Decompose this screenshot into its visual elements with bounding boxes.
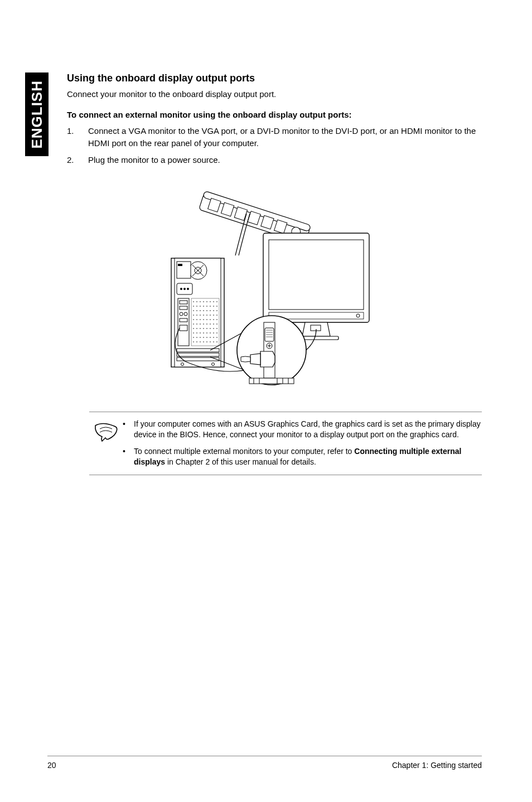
svg-point-104 — [203, 341, 204, 342]
svg-point-43 — [213, 306, 214, 307]
svg-point-76 — [216, 323, 217, 325]
list-item: 1. Connect a VGA monitor to the VGA port… — [67, 125, 482, 149]
svg-point-42 — [210, 306, 211, 307]
svg-point-34 — [210, 301, 211, 302]
svg-point-54 — [196, 315, 197, 316]
svg-point-39 — [200, 306, 201, 307]
svg-point-30 — [196, 301, 197, 302]
bullet: • — [123, 446, 134, 468]
svg-point-18 — [180, 288, 182, 290]
monitor-connection-diagram — [157, 183, 391, 389]
svg-rect-115 — [269, 240, 364, 310]
svg-point-113 — [212, 363, 215, 365]
svg-point-62 — [196, 319, 197, 320]
svg-point-36 — [216, 301, 217, 302]
svg-point-29 — [193, 301, 194, 302]
svg-point-83 — [213, 328, 214, 329]
svg-point-61 — [193, 319, 194, 320]
intro-text: Connect your monitor to the onboard disp… — [67, 89, 482, 100]
svg-point-46 — [196, 310, 197, 311]
svg-point-47 — [200, 310, 201, 311]
steps-list: 1. Connect a VGA monitor to the VGA port… — [67, 125, 482, 166]
svg-point-89 — [206, 332, 207, 334]
svg-rect-16 — [178, 264, 182, 266]
svg-point-58 — [210, 315, 211, 316]
svg-point-81 — [206, 328, 207, 329]
connection-figure — [67, 183, 482, 389]
svg-point-32 — [203, 301, 204, 302]
svg-point-112 — [181, 363, 184, 365]
step-text: Plug the monitor to a power source. — [88, 154, 220, 166]
step-number: 1. — [67, 125, 88, 149]
svg-point-70 — [196, 323, 197, 325]
svg-point-82 — [210, 328, 211, 329]
svg-rect-119 — [311, 325, 321, 331]
svg-point-103 — [200, 341, 201, 342]
step-text: Connect a VGA monitor to the VGA port, o… — [88, 125, 482, 149]
svg-point-117 — [356, 314, 360, 317]
svg-point-93 — [193, 337, 194, 338]
svg-point-86 — [196, 332, 197, 334]
svg-point-101 — [193, 341, 194, 342]
svg-point-72 — [203, 323, 204, 325]
svg-point-44 — [216, 306, 217, 307]
svg-point-80 — [203, 328, 204, 329]
svg-point-90 — [210, 332, 211, 334]
svg-point-108 — [216, 341, 217, 342]
note-icon — [89, 419, 123, 468]
svg-point-87 — [200, 332, 201, 334]
svg-point-66 — [210, 319, 211, 320]
page-number: 20 — [47, 761, 56, 770]
svg-point-98 — [210, 337, 211, 338]
step-number: 2. — [67, 154, 88, 166]
svg-point-67 — [213, 319, 214, 320]
svg-point-63 — [200, 319, 201, 320]
svg-rect-132 — [249, 378, 294, 384]
note-text: If your computer comes with an ASUS Grap… — [134, 419, 482, 441]
note-text: To connect multiple external monitors to… — [134, 446, 482, 468]
svg-point-97 — [206, 337, 207, 338]
svg-point-92 — [216, 332, 217, 334]
svg-point-102 — [196, 341, 197, 342]
list-item: 2. Plug the monitor to a power source. — [67, 154, 482, 166]
svg-point-71 — [200, 323, 201, 325]
svg-point-56 — [203, 315, 204, 316]
svg-point-35 — [213, 301, 214, 302]
svg-point-77 — [193, 328, 194, 329]
svg-point-78 — [196, 328, 197, 329]
svg-point-105 — [206, 341, 207, 342]
chapter-label: Chapter 1: Getting started — [392, 761, 482, 770]
svg-point-88 — [203, 332, 204, 334]
svg-point-45 — [193, 310, 194, 311]
svg-point-79 — [200, 328, 201, 329]
svg-point-33 — [206, 301, 207, 302]
svg-point-100 — [216, 337, 217, 338]
svg-point-25 — [184, 312, 187, 316]
svg-point-60 — [216, 315, 217, 316]
svg-point-74 — [210, 323, 211, 325]
notes-block: • If your computer comes with an ASUS Gr… — [89, 412, 482, 475]
svg-point-69 — [193, 323, 194, 325]
svg-point-40 — [203, 306, 204, 307]
svg-point-64 — [203, 319, 204, 320]
svg-point-99 — [213, 337, 214, 338]
page-footer: 20 Chapter 1: Getting started — [47, 756, 482, 770]
svg-rect-110 — [177, 353, 219, 356]
svg-point-73 — [206, 323, 207, 325]
svg-rect-27 — [180, 325, 187, 331]
svg-point-24 — [180, 312, 183, 316]
svg-point-52 — [216, 310, 217, 311]
note-item: • To connect multiple external monitors … — [123, 446, 482, 468]
svg-point-107 — [213, 341, 214, 342]
svg-point-75 — [213, 323, 214, 325]
svg-point-51 — [213, 310, 214, 311]
svg-point-50 — [210, 310, 211, 311]
svg-point-68 — [216, 319, 217, 320]
svg-point-53 — [193, 315, 194, 316]
sub-heading: To connect an external monitor using the… — [67, 110, 482, 119]
svg-point-96 — [203, 337, 204, 338]
svg-point-91 — [213, 332, 214, 334]
svg-point-84 — [216, 328, 217, 329]
section-heading: Using the onboard display output ports — [67, 73, 482, 84]
svg-point-59 — [213, 315, 214, 316]
